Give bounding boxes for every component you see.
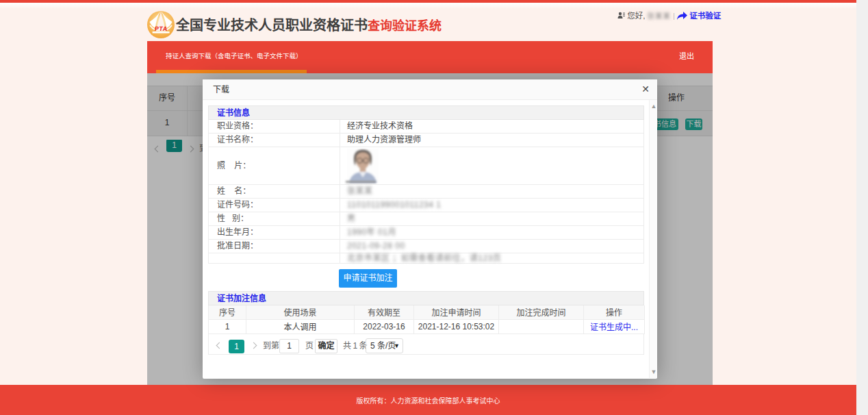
svg-text:PTA: PTA [154,25,168,32]
